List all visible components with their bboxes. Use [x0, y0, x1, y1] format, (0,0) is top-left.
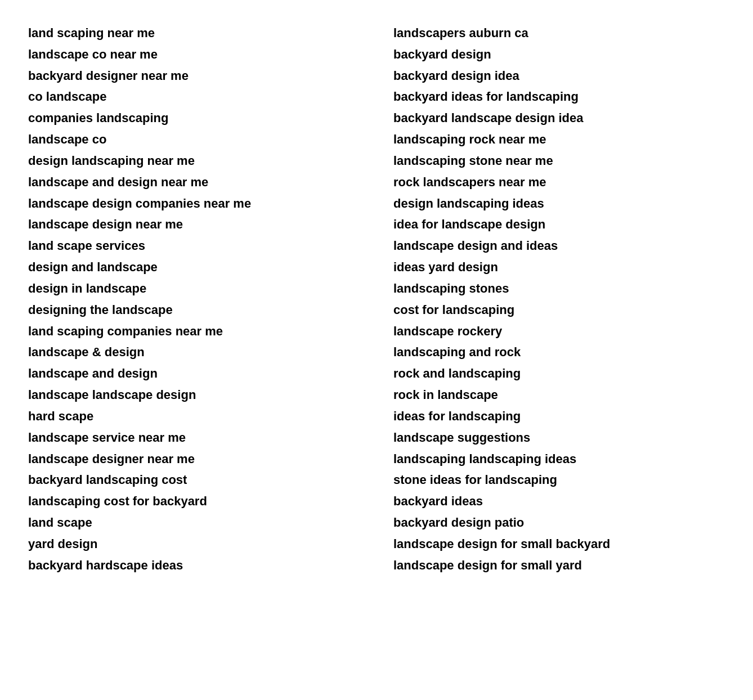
list-item: backyard landscaping cost	[28, 469, 360, 491]
list-item: rock landscapers near me	[393, 172, 725, 193]
list-item: landscapers auburn ca	[393, 23, 725, 44]
list-item: design landscaping near me	[28, 150, 360, 172]
list-item: ideas yard design	[393, 257, 725, 278]
list-item: landscaping stone near me	[393, 150, 725, 172]
left-column: land scaping near melandscape co near me…	[28, 23, 360, 576]
list-item: cost for landscaping	[393, 299, 725, 321]
list-item: design and landscape	[28, 257, 360, 278]
list-item: hard scape	[28, 406, 360, 427]
list-item: yard design	[28, 533, 360, 555]
list-item: backyard design idea	[393, 65, 725, 87]
list-item: landscape and design near me	[28, 172, 360, 193]
list-item: design in landscape	[28, 278, 360, 299]
list-item: backyard ideas for landscaping	[393, 86, 725, 107]
list-item: land scaping near me	[28, 23, 360, 44]
list-item: ideas for landscaping	[393, 406, 725, 427]
list-item: rock in landscape	[393, 384, 725, 406]
list-item: design landscaping ideas	[393, 193, 725, 214]
list-item: landscape co	[28, 129, 360, 150]
list-item: backyard ideas	[393, 491, 725, 512]
list-item: stone ideas for landscaping	[393, 469, 725, 491]
list-item: backyard designer near me	[28, 65, 360, 87]
list-item: landscape design for small yard	[393, 555, 725, 576]
main-content: land scaping near melandscape co near me…	[28, 23, 725, 576]
list-item: co landscape	[28, 86, 360, 107]
list-item: land scape services	[28, 235, 360, 257]
list-item: landscape design and ideas	[393, 235, 725, 257]
list-item: landscaping rock near me	[393, 129, 725, 150]
list-item: landscaping landscaping ideas	[393, 448, 725, 470]
list-item: landscape design for small backyard	[393, 533, 725, 555]
list-item: backyard landscape design idea	[393, 107, 725, 129]
list-item: companies landscaping	[28, 107, 360, 129]
list-item: designing the landscape	[28, 299, 360, 321]
list-item: land scaping companies near me	[28, 321, 360, 342]
list-item: landscape design near me	[28, 214, 360, 235]
list-item: landscaping cost for backyard	[28, 491, 360, 512]
list-item: landscape and design	[28, 363, 360, 384]
list-item: backyard hardscape ideas	[28, 555, 360, 576]
list-item: land scape	[28, 512, 360, 533]
list-item: landscape designer near me	[28, 448, 360, 470]
list-item: landscape design companies near me	[28, 193, 360, 214]
list-item: landscape rockery	[393, 321, 725, 342]
list-item: landscaping stones	[393, 278, 725, 299]
list-item: landscape landscape design	[28, 384, 360, 406]
list-item: backyard design	[393, 44, 725, 65]
right-column: landscapers auburn cabackyard designback…	[393, 23, 725, 576]
list-item: idea for landscape design	[393, 214, 725, 235]
list-item: landscape & design	[28, 342, 360, 363]
list-item: rock and landscaping	[393, 363, 725, 384]
list-item: landscape suggestions	[393, 427, 725, 448]
list-item: landscape co near me	[28, 44, 360, 65]
list-item: landscaping and rock	[393, 342, 725, 363]
list-item: landscape service near me	[28, 427, 360, 448]
list-item: backyard design patio	[393, 512, 725, 533]
